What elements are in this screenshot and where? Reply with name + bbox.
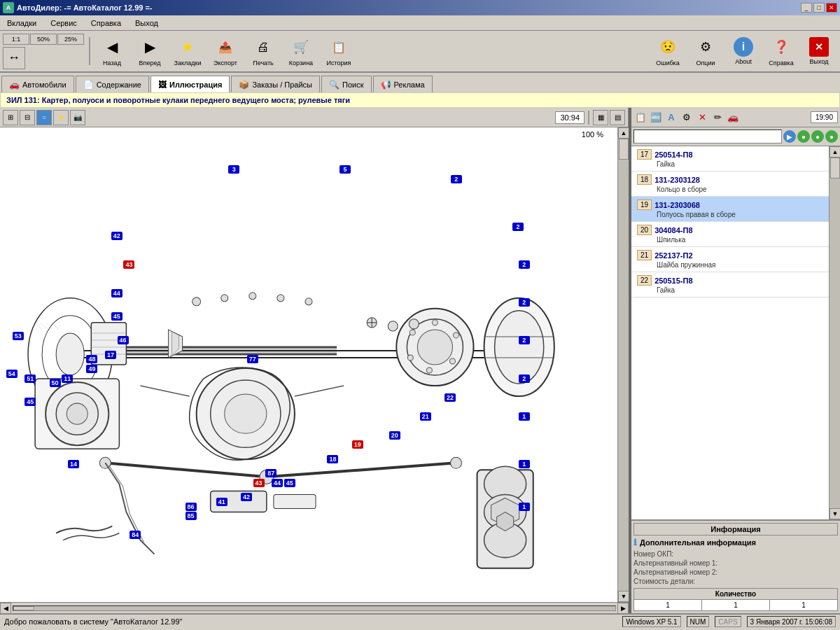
close-button[interactable]: ✕	[826, 3, 837, 13]
part-badge-right6[interactable]: 1	[519, 412, 530, 421]
view-btn-2[interactable]: ▤	[610, 110, 625, 125]
part-badge-18[interactable]: 18	[327, 455, 338, 463]
error-button[interactable]: 😟 Ошибка	[650, 33, 686, 69]
hscroll-right[interactable]: ▶	[617, 603, 629, 614]
part-badge-45-3[interactable]: 45	[284, 479, 295, 487]
menu-exit[interactable]: Выход	[131, 18, 162, 29]
ill-btn-camera[interactable]: 📷	[70, 110, 85, 125]
part-badge-85[interactable]: 85	[186, 512, 197, 520]
part-item-18[interactable]: 18 131-2303128 Кольцо в сборе	[631, 172, 829, 197]
part-badge-20[interactable]: 20	[389, 431, 400, 440]
part-badge-42-1[interactable]: 42	[111, 232, 122, 240]
ill-btn-3[interactable]: ○	[36, 110, 52, 125]
rp-icon-1[interactable]: 📋	[634, 111, 648, 125]
tab-cars[interactable]: 🚗 Автомобили	[1, 76, 74, 92]
part-badge-right7[interactable]: 1	[519, 460, 530, 468]
ill-btn-star[interactable]: ★	[53, 110, 69, 125]
part-badge-77[interactable]: 77	[247, 355, 258, 363]
search-go-btn[interactable]: ▶	[783, 130, 796, 143]
part-badge-11[interactable]: 11	[62, 374, 73, 383]
part-item-19[interactable]: 19 131-2303068 Полуось правая в сборе	[631, 197, 829, 222]
part-badge-right3[interactable]: 2	[519, 298, 530, 307]
part-badge-19[interactable]: 19	[352, 440, 363, 449]
zoom-25-button[interactable]: 25%	[57, 34, 84, 45]
part-badge-42-2[interactable]: 42	[241, 493, 252, 501]
parts-vscroll-thumb[interactable]	[830, 158, 840, 178]
vscroll-down[interactable]: ▼	[618, 591, 629, 602]
part-item-17[interactable]: 17 250514-П8 Гайка	[631, 146, 829, 172]
tab-content[interactable]: 📄 Содержание	[76, 76, 149, 92]
vscroll-up[interactable]: ▲	[618, 127, 629, 139]
part-badge-22[interactable]: 22	[444, 393, 456, 402]
part-badge-right2[interactable]: 2	[519, 260, 530, 269]
maximize-button[interactable]: □	[813, 3, 825, 13]
rp-icon-3[interactable]: A	[664, 111, 678, 125]
part-badge-top3[interactable]: 2	[451, 175, 462, 183]
part-item-21[interactable]: 21 252137-П2 Шайба пружинная	[631, 247, 829, 272]
part-badge-44-2[interactable]: 44	[272, 479, 283, 487]
part-badge-44-1[interactable]: 44	[111, 289, 122, 298]
part-badge-84[interactable]: 84	[130, 531, 141, 539]
parts-vscrollbar[interactable]: ▲ ▼	[829, 146, 840, 519]
rp-icon-2[interactable]: 🔤	[649, 111, 663, 125]
part-badge-right8[interactable]: 1	[519, 503, 530, 511]
rp-icon-7[interactable]: 🚗	[726, 111, 740, 125]
part-badge-right5[interactable]: 2	[519, 374, 530, 383]
parts-vscroll-down[interactable]: ▼	[830, 508, 840, 519]
bookmarks-button[interactable]: ★ Закладки	[169, 33, 206, 69]
rp-icon-4[interactable]: ⚙	[680, 111, 694, 125]
zoom-50-button[interactable]: 50%	[30, 34, 57, 45]
part-item-22[interactable]: 22 250515-П8 Гайка	[631, 272, 829, 298]
part-badge-14[interactable]: 14	[68, 460, 79, 468]
print-button[interactable]: 🖨 Печать	[245, 33, 281, 69]
search-green-1[interactable]: ●	[797, 130, 810, 143]
hscroll-left[interactable]: ◀	[0, 603, 11, 614]
menu-vkladki[interactable]: Вкладки	[3, 18, 41, 29]
about-button[interactable]: i About	[725, 33, 762, 69]
part-badge-21[interactable]: 21	[420, 412, 431, 421]
part-badge-51[interactable]: 51	[24, 374, 36, 383]
vscroll-thumb[interactable]	[619, 139, 629, 160]
options-button[interactable]: ⚙ Опции	[687, 33, 724, 69]
zoom-11-button[interactable]: 1:1	[3, 34, 29, 45]
help-button[interactable]: ❓ Справка	[763, 33, 799, 69]
search-green-3[interactable]: ●	[825, 130, 838, 143]
part-badge-46[interactable]: 46	[118, 336, 129, 344]
ill-btn-2[interactable]: ⊟	[20, 110, 35, 125]
part-badge-right4[interactable]: 2	[519, 336, 530, 344]
export-button[interactable]: 📤 Экспорт	[207, 33, 244, 69]
part-badge-17-1[interactable]: 17	[105, 351, 116, 359]
part-badge-86[interactable]: 86	[186, 503, 197, 511]
search-green-2[interactable]: ●	[811, 130, 824, 143]
parts-search-input[interactable]	[634, 130, 782, 144]
part-badge-43-2[interactable]: 43	[253, 479, 265, 487]
menu-spravka[interactable]: Справка	[87, 18, 125, 29]
illustration-vscrollbar[interactable]: ▲ ▼	[617, 127, 629, 602]
exit-toolbar-button[interactable]: ✕ Выход	[801, 33, 837, 69]
hscroll-thumb[interactable]	[13, 606, 34, 610]
view-btn-1[interactable]: ▦	[593, 110, 608, 125]
illustration-view[interactable]: 100 %	[0, 127, 617, 602]
minimize-button[interactable]: _	[801, 3, 812, 13]
rp-icon-5[interactable]: ✕	[695, 111, 709, 125]
part-badge-48[interactable]: 48	[86, 355, 97, 363]
menu-servis[interactable]: Сервис	[46, 18, 81, 29]
nav-icon[interactable]: ↔	[3, 47, 25, 69]
back-button[interactable]: ◀ Назад	[94, 33, 130, 69]
part-badge-43-1[interactable]: 43	[123, 260, 134, 269]
basket-button[interactable]: 🛒 Корзина	[283, 33, 319, 69]
part-badge-87[interactable]: 87	[265, 469, 276, 477]
tab-illustration[interactable]: 🖼 Иллюстрация	[150, 76, 230, 92]
part-badge-50[interactable]: 50	[50, 379, 61, 387]
part-item-20[interactable]: 20 304084-П8 Шпилька	[631, 222, 829, 247]
part-badge-49[interactable]: 49	[86, 365, 97, 373]
parts-vscroll-up[interactable]: ▲	[830, 146, 840, 158]
part-badge-41[interactable]: 41	[216, 498, 227, 506]
part-badge-top[interactable]: 3	[228, 165, 239, 174]
tab-ad[interactable]: 📢 Реклама	[373, 76, 433, 92]
part-badge-top2[interactable]: 5	[340, 165, 351, 174]
ill-btn-1[interactable]: ⊞	[3, 110, 18, 125]
tab-orders[interactable]: 📦 Заказы / Прайсы	[231, 76, 320, 92]
part-badge-45-2[interactable]: 45	[24, 398, 36, 406]
rp-icon-6[interactable]: ✏	[710, 111, 724, 125]
